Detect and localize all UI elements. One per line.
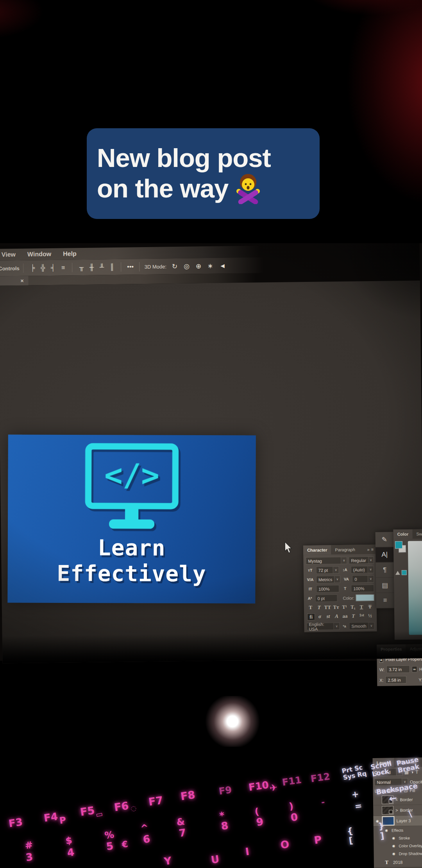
subscript-button[interactable]: T₁: [349, 604, 356, 610]
faux-italic-button[interactable]: T: [315, 604, 322, 611]
gamut-color-chip[interactable]: [402, 570, 407, 575]
all-caps-button[interactable]: TT: [324, 604, 331, 610]
chevron-down-icon[interactable]: ∨: [368, 575, 374, 583]
text-color-swatch[interactable]: [356, 594, 374, 601]
chevron-down-icon[interactable]: ∨: [341, 557, 347, 564]
key-$: $: [65, 836, 73, 846]
kerning-field[interactable]: Metrics: [316, 576, 335, 583]
key-3: 3: [25, 851, 34, 863]
artwork-text-line-2: Effectively: [57, 561, 206, 587]
anti-alias-field[interactable]: Smooth: [349, 622, 368, 630]
menu-help[interactable]: Help: [63, 250, 77, 257]
distribute-bottom-edges-icon[interactable]: ╨: [97, 264, 107, 271]
font-family-field[interactable]: Mystag: [306, 557, 341, 565]
key-f11: F11: [281, 775, 302, 788]
contextual-alternates-button[interactable]: σ: [316, 613, 323, 621]
discretionary-ligatures-button[interactable]: st: [325, 613, 332, 620]
stylistic-alternates-button[interactable]: aa: [342, 613, 349, 620]
chevron-down-icon[interactable]: ∨: [334, 622, 340, 630]
baseline-shift-field[interactable]: 0 pt: [315, 594, 337, 602]
align-left-edges-icon[interactable]: ╞: [28, 264, 38, 271]
character-styles-panel-icon[interactable]: ▤: [376, 577, 394, 593]
backlit-keyboard: F3F4PF5▭F6◌F7F8F9F10✈F11F12Prt Sc Sys Rq…: [0, 755, 422, 868]
3d-roll-icon[interactable]: ◎: [184, 262, 190, 270]
titling-alternates-button[interactable]: T: [350, 613, 357, 620]
tab-adjustments[interactable]: Adjustmen: [406, 644, 422, 654]
faux-bold-button[interactable]: T: [307, 604, 314, 611]
height-label: H: [419, 667, 422, 671]
character-panel-icon[interactable]: A|: [376, 547, 393, 563]
close-tab-icon[interactable]: ×: [20, 278, 23, 284]
panel-icon-strip: ✎ A| ¶ ▤ ≡: [376, 532, 394, 608]
align-horizontal-centers-icon[interactable]: ≡: [58, 264, 68, 271]
superscript-button[interactable]: T¹: [341, 604, 348, 610]
paragraph-styles-panel-icon[interactable]: ≡: [376, 593, 394, 608]
foreground-background-swatches[interactable]: [395, 541, 405, 557]
menu-window[interactable]: Window: [27, 251, 51, 258]
align-right-edges-icon[interactable]: ╡: [48, 264, 58, 271]
distribute-top-edges-icon[interactable]: ╥: [77, 264, 87, 271]
key-f7: F7: [148, 794, 164, 808]
tab-paragraph[interactable]: Paragraph: [331, 545, 359, 554]
language-field[interactable]: English: USA: [306, 622, 334, 630]
woman-gesturing-no-emoji: [234, 173, 263, 204]
standard-ligatures-button[interactable]: fi: [307, 613, 315, 621]
3d-slide-icon[interactable]: ∗: [207, 262, 213, 269]
x-label: X:: [379, 678, 384, 682]
leading-field[interactable]: (Auto): [351, 566, 368, 574]
divider: [121, 262, 122, 272]
distribute-vertical-centers-icon[interactable]: ║: [107, 264, 117, 271]
swash-button[interactable]: A: [333, 613, 340, 620]
font-size-field[interactable]: 72 pt: [316, 566, 333, 574]
x-position-field[interactable]: 2.58 in: [385, 676, 406, 684]
svg-text:</>: </>: [104, 458, 159, 493]
paragraph-panel-icon[interactable]: ¶: [376, 562, 393, 578]
key-}: }: [377, 821, 385, 831]
fractions-button[interactable]: ½: [367, 613, 374, 620]
properties-subtitle: Pixel Layer Properties: [385, 656, 422, 662]
tracking-field[interactable]: 0: [352, 575, 368, 583]
tab-swatches[interactable]: Swatch: [412, 529, 422, 538]
bezel-light-reflection: [203, 696, 262, 747]
leading-icon: ↕A: [341, 568, 349, 572]
align-vertical-centers-icon[interactable]: ╬: [38, 264, 48, 271]
tab-color[interactable]: Color: [393, 529, 412, 539]
chevron-down-icon[interactable]: ∨: [334, 576, 340, 583]
3d-camera-icon[interactable]: ◄: [219, 262, 226, 269]
history-brush-panel-icon[interactable]: ✎: [376, 532, 393, 547]
document-tab[interactable]: ×: [0, 276, 29, 286]
horizontal-scale-field[interactable]: 100%: [351, 585, 374, 592]
chevron-down-icon[interactable]: ∨: [368, 566, 374, 573]
small-caps-button[interactable]: Tт: [333, 604, 340, 610]
key-f12: F12: [310, 772, 331, 785]
menu-view[interactable]: View: [2, 251, 16, 258]
chevron-down-icon[interactable]: ∨: [333, 566, 339, 574]
font-style-field[interactable]: Regular: [349, 556, 368, 564]
distribute-horizontal-centers-icon[interactable]: ╫: [87, 264, 97, 271]
key-&: &: [176, 817, 185, 828]
width-label: W:: [379, 667, 384, 672]
panel-menu-icon[interactable]: ≡: [371, 547, 374, 552]
key-i: I: [245, 846, 250, 857]
link-dimensions-icon[interactable]: ∞: [411, 666, 417, 672]
code-monitor-icon: </>: [67, 442, 197, 535]
tab-character[interactable]: Character: [303, 545, 331, 555]
tab-properties[interactable]: Properties: [377, 644, 406, 654]
color-spectrum-picker[interactable]: [408, 541, 422, 635]
vertical-scale-field[interactable]: 100%: [316, 585, 339, 593]
underline-button[interactable]: T: [358, 604, 365, 610]
chevron-down-icon[interactable]: ∨: [368, 622, 374, 629]
key-9: 9: [256, 816, 264, 828]
ordinals-button[interactable]: 1st: [358, 613, 365, 620]
key-\: \: [408, 809, 412, 819]
chevron-down-icon[interactable]: ∨: [368, 556, 374, 564]
strikethrough-button[interactable]: T: [367, 604, 374, 610]
key-{: {: [346, 826, 354, 836]
foreground-color-swatch[interactable]: [395, 541, 402, 549]
width-field[interactable]: 3.72 in: [386, 665, 410, 673]
3d-pan-icon[interactable]: ⊕: [196, 262, 201, 270]
collapse-panel-icon[interactable]: »: [367, 547, 369, 552]
overflow-menu-icon[interactable]: •••: [125, 263, 136, 270]
kerning-icon: V/A: [306, 577, 315, 582]
3d-orbit-icon[interactable]: ↻: [172, 263, 177, 270]
